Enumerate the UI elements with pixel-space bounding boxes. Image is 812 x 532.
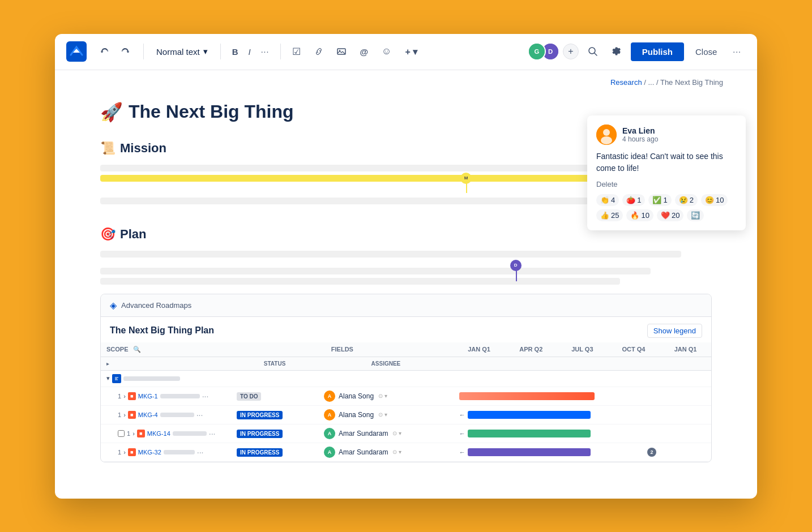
- svg-point-11: [601, 136, 612, 144]
- insert-plus-button[interactable]: + ▾: [400, 43, 422, 61]
- jan-q1-header: Jan Q1: [454, 342, 505, 357]
- breadcrumb-current: The Next Big Thing: [660, 78, 723, 87]
- text-style-dropdown[interactable]: Normal text ▾: [151, 43, 213, 60]
- mkg1-assignee: A Alana Song ⊙ ▾: [324, 391, 448, 402]
- bold-button[interactable]: B: [228, 44, 243, 60]
- close-button[interactable]: Close: [689, 42, 724, 61]
- divider-2: [220, 44, 221, 59]
- fields-col-header: FIELDS: [231, 342, 454, 357]
- dropdown-chevron: ▾: [203, 46, 208, 57]
- roadmap-title-row: The Next Big Thing Plan Show legend: [101, 317, 711, 342]
- apr-q2-header: Apr Q2: [505, 342, 558, 357]
- reaction-refresh[interactable]: 🔄: [687, 209, 704, 221]
- commenter-name: Eva Lien: [622, 126, 658, 135]
- scope-col-header: SCOPE 🔍: [101, 342, 231, 357]
- scope-search-icon[interactable]: 🔍: [133, 346, 141, 353]
- jul-q3-header: Jul Q3: [557, 342, 608, 357]
- issue-key-mkg4[interactable]: MKG-4: [138, 411, 158, 418]
- plan-heading-text[interactable]: Plan: [120, 227, 146, 242]
- add-collaborator-button[interactable]: +: [563, 44, 579, 59]
- plan-emoji: 🎯: [100, 227, 116, 242]
- italic-button[interactable]: I: [244, 44, 255, 60]
- confluence-logo[interactable]: [66, 41, 87, 62]
- comment-header: Eva Lien 4 hours ago: [596, 125, 737, 145]
- reaction-smile[interactable]: 😊 10: [701, 194, 728, 206]
- search-button[interactable]: [583, 43, 602, 60]
- parent-row: ▾: [101, 370, 711, 387]
- mkg32-more-button[interactable]: ···: [197, 448, 204, 457]
- issue-icon-mkg4: ■: [128, 411, 136, 419]
- table-row: 1 › ■ MKG-1 ··· TO DO: [101, 387, 711, 405]
- main-window: Normal text ▾ B I ··· ☑ @ ☺ + ▾ G: [55, 34, 757, 499]
- reaction-thumbsup[interactable]: 👍 25: [596, 209, 623, 221]
- reaction-sad[interactable]: 😢 2: [675, 194, 698, 206]
- reaction-check[interactable]: ✅ 1: [648, 194, 671, 206]
- commenter-avatar: [596, 125, 617, 145]
- svg-text:G: G: [534, 48, 539, 55]
- show-legend-button[interactable]: Show legend: [647, 324, 702, 338]
- mkg1-status: TO DO: [237, 392, 261, 401]
- toolbar-right: G D + Publish Close ···: [528, 42, 746, 61]
- reaction-tomato[interactable]: 🍅 1: [622, 194, 645, 206]
- table-row: 1 › ■ MKG-32 ··· IN PROGRESS: [101, 443, 711, 461]
- svg-point-10: [603, 129, 610, 136]
- status-label: Status: [231, 357, 318, 370]
- collaborators: G D +: [528, 42, 579, 61]
- mkg32-assignee: A Amar Sundaram ⊙ ▾: [324, 447, 448, 458]
- content-area: Research / ... / The Next Big Thing 🚀 Th…: [55, 70, 757, 499]
- title-emoji: 🚀: [100, 101, 123, 123]
- delete-comment-button[interactable]: Delete: [596, 180, 737, 188]
- comment-text: Fantastic idea! Can't wait to see this c…: [596, 151, 737, 174]
- mkg32-status: IN PROGRESS: [237, 448, 283, 457]
- format-buttons: B I ···: [228, 44, 274, 60]
- reaction-clap[interactable]: 👏 4: [596, 194, 619, 206]
- reaction-fire[interactable]: 🔥 10: [626, 209, 653, 221]
- redo-button[interactable]: [116, 44, 134, 59]
- issue-icon-mkg32: ■: [128, 448, 136, 456]
- divider-3: [280, 44, 281, 59]
- settings-button[interactable]: [607, 43, 626, 60]
- roadmap-table: SCOPE 🔍 FIELDS Jan Q1 Apr Q2 Jul Q3 Oct …: [101, 342, 711, 462]
- breadcrumb-root[interactable]: Research: [610, 78, 642, 87]
- divider-1: [143, 44, 144, 59]
- emoji-reactions: 👏 4 🍅 1 ✅ 1 😢 2 😊 10 👍 25 🔥 10 ❤️ 20 🔄: [596, 194, 737, 221]
- publish-button[interactable]: Publish: [631, 42, 684, 61]
- undo-button[interactable]: [96, 44, 114, 59]
- mission-heading-text[interactable]: Mission: [120, 141, 166, 156]
- issue-icon-mkg1: ■: [128, 392, 136, 400]
- table-row: 1 › ■ MKG-4 ··· IN PROGRESS: [101, 405, 711, 424]
- mkg1-more-button[interactable]: ···: [202, 392, 209, 401]
- issue-icon-mkg14: ■: [137, 430, 145, 437]
- mkg14-status: IN PROGRESS: [237, 430, 283, 438]
- jan-q1-next-header: Jan Q1: [660, 342, 711, 357]
- mkg4-more-button[interactable]: ···: [196, 410, 203, 419]
- plan-content[interactable]: D: [100, 251, 712, 285]
- emoji-button[interactable]: ☺: [377, 42, 396, 61]
- roadmap-icon: ◈: [110, 300, 117, 311]
- status-sub-header: ▸: [101, 357, 231, 370]
- svg-point-7: [589, 48, 595, 54]
- issue-key-mkg32[interactable]: MKG-32: [138, 449, 161, 456]
- breadcrumb-ellipsis[interactable]: ...: [648, 78, 654, 87]
- breadcrumb: Research / ... / The Next Big Thing: [55, 70, 757, 90]
- issue-key-mkg1[interactable]: MKG-1: [138, 393, 158, 400]
- mkg14-more-button[interactable]: ···: [209, 429, 216, 438]
- title-text[interactable]: The Next Big Thing: [129, 101, 294, 122]
- mention-button[interactable]: @: [355, 44, 373, 60]
- svg-text:D: D: [548, 48, 553, 55]
- table-row: 1 › ■ MKG-14 ··· IN PROGRESS: [101, 424, 711, 443]
- more-format-button[interactable]: ···: [257, 44, 274, 59]
- issue-key-mkg14[interactable]: MKG-14: [147, 430, 170, 437]
- image-button[interactable]: [332, 44, 351, 59]
- oct-q4-header: Oct Q4: [608, 342, 660, 357]
- issue-name-mkg4: [160, 413, 194, 417]
- issue-name-mkg32: [164, 450, 195, 454]
- reaction-heart[interactable]: ❤️ 20: [657, 209, 683, 221]
- link-button[interactable]: [310, 44, 328, 59]
- issue-name-mkg14: [173, 431, 207, 436]
- avatar-g[interactable]: G: [528, 42, 546, 61]
- checkbox-button[interactable]: ☑: [288, 42, 305, 61]
- mkg4-status: IN PROGRESS: [237, 411, 283, 419]
- more-options-button[interactable]: ···: [728, 44, 746, 59]
- mkg14-checkbox[interactable]: [118, 430, 125, 437]
